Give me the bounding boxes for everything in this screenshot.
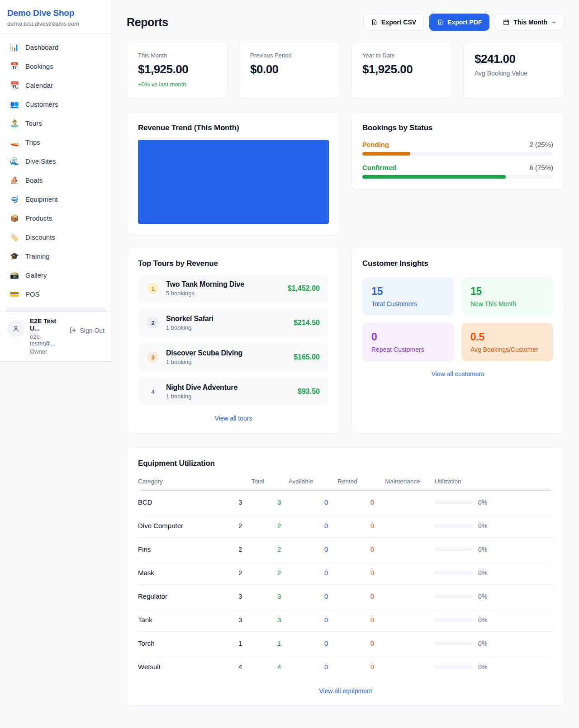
export-pdf-button[interactable]: Export PDF <box>429 14 489 31</box>
category-cell: BCD <box>138 498 238 506</box>
sign-out-button[interactable]: Sign Out <box>69 326 104 334</box>
available-cell: 3 <box>277 616 324 624</box>
people-icon: 👥 <box>10 100 19 109</box>
tile-new-this-month: 15 New This Month <box>461 277 553 316</box>
tour-bookings: 1 booking <box>166 359 286 365</box>
sidebar-item-products[interactable]: 📦 Products <box>5 209 106 227</box>
sidebar-item-gallery[interactable]: 📸 Gallery <box>5 266 106 284</box>
sidebar-item-pos[interactable]: 💳 POS <box>5 285 106 303</box>
progress-track <box>362 152 553 156</box>
equipment-utilization-title: Equipment Utilization <box>138 459 553 468</box>
utilization-text: 0% <box>478 569 487 577</box>
stat-label: Previous Period <box>250 52 329 59</box>
sidebar-item-discounts[interactable]: 🏷️ Discounts <box>5 228 106 246</box>
insight-tiles: 15 Total Customers 15 New This Month 0 R… <box>362 277 553 361</box>
maintenance-cell: 0 <box>370 569 435 577</box>
header-actions: Export CSV Export PDF This Month <box>363 14 565 31</box>
calendar-date-icon: 📅 <box>10 62 19 71</box>
sidebar-item-tours[interactable]: 🏝️ Tours <box>5 114 106 132</box>
tile-label: Avg Bookings/Customer <box>470 346 544 353</box>
sidebar-item-customers[interactable]: 👥 Customers <box>5 95 106 113</box>
charts-row: Revenue Trend (This Month) Bookings by S… <box>127 112 565 235</box>
stats-row: This Month $1,925.00 +0% vs last month P… <box>127 42 565 99</box>
sidebar-item-bookings[interactable]: 📅 Bookings <box>5 57 106 75</box>
utilization-text: 0% <box>478 616 487 624</box>
category-cell: Wetsuit <box>138 663 238 671</box>
view-all-tours-link[interactable]: View all tours <box>138 415 329 422</box>
utilization-track <box>435 571 473 575</box>
total-cell: 2 <box>238 569 277 577</box>
sidebar-item-dashboard[interactable]: 📊 Dashboard <box>5 38 106 56</box>
equipment-utilization-card: Equipment Utilization Category Total Ava… <box>127 448 565 706</box>
stat-card-previous-period: Previous Period $0.00 <box>239 42 340 99</box>
period-dropdown[interactable]: This Month <box>495 14 565 31</box>
utilization-track <box>435 595 473 598</box>
export-csv-button[interactable]: Export CSV <box>363 14 424 31</box>
status-label: Pending <box>362 141 389 148</box>
utilization-text: 0% <box>478 593 487 600</box>
sidebar-item-dive-sites[interactable]: 🌊 Dive Sites <box>5 152 106 170</box>
sidebar-item-calendar[interactable]: 📆 Calendar <box>5 76 106 94</box>
utilization-track <box>435 642 473 645</box>
shop-name: Demo Dive Shop <box>7 8 104 18</box>
stat-value: $241.00 <box>475 52 553 66</box>
sidebar-item-equipment[interactable]: 🤿 Equipment <box>5 190 106 208</box>
stat-label: Year to Date <box>362 52 441 59</box>
sidebar-item-label: Bookings <box>25 62 53 70</box>
status-count: 2 (25%) <box>529 141 553 148</box>
utilization-cell: 0% <box>435 522 553 529</box>
period-label: This Month <box>513 19 547 26</box>
category-cell: Regulator <box>138 592 238 600</box>
table-row: Mask 2 2 0 0 0% <box>138 561 553 585</box>
tile-repeat-customers: 0 Repeat Customers <box>362 323 454 361</box>
utilization-track <box>435 618 473 622</box>
utilization-text: 0% <box>478 640 487 647</box>
column-header-available: Available <box>277 478 324 485</box>
page-header: Reports Export CSV Export PDF This Month <box>127 0 565 31</box>
utilization-text: 0% <box>478 663 487 671</box>
progress-fill-pending <box>362 152 410 156</box>
table-row: Regulator 3 3 0 0 0% <box>138 585 553 608</box>
rented-cell: 0 <box>324 522 370 529</box>
chevron-down-icon <box>551 19 557 25</box>
available-cell: 2 <box>277 522 324 529</box>
sidebar-item-label: Customers <box>25 100 58 108</box>
sidebar-item-boats[interactable]: ⛵ Boats <box>5 171 106 189</box>
view-all-customers-link[interactable]: View all customers <box>362 370 553 378</box>
column-header-maintenance: Maintenance <box>370 478 435 485</box>
export-pdf-label: Export PDF <box>447 19 482 26</box>
tour-name: Two Tank Morning Dive <box>166 280 280 288</box>
tile-label: Total Customers <box>371 300 445 307</box>
customer-insights-title: Customer Insights <box>362 259 553 268</box>
sidebar-item-label: Calendar <box>25 81 53 89</box>
credit-card-icon: 💳 <box>10 290 19 298</box>
maintenance-cell: 0 <box>370 663 435 671</box>
bar-chart-icon: 📊 <box>10 43 19 52</box>
utilization-track <box>435 524 473 528</box>
utilization-cell: 0% <box>435 569 553 577</box>
tour-revenue: $214.50 <box>294 319 320 327</box>
insights-row: Top Tours by Revenue 1 Two Tank Morning … <box>127 248 565 433</box>
rented-cell: 0 <box>324 569 370 577</box>
stat-card-avg-booking-value: $241.00 Avg Booking Value <box>463 42 565 99</box>
rented-cell: 0 <box>324 616 370 624</box>
bookings-by-status-title: Bookings by Status <box>362 123 553 132</box>
sidebar-item-training[interactable]: 🎓 Training <box>5 247 106 265</box>
stat-label: This Month <box>138 52 217 59</box>
tour-revenue: $1,452.00 <box>288 284 320 293</box>
sidebar-item-label: Discounts <box>25 233 55 241</box>
view-all-equipment-link[interactable]: View all equipment <box>138 687 553 695</box>
sidebar-item-reports-partial[interactable] <box>5 307 106 312</box>
user-info: E2E Test U... e2e-tester@... Owner <box>30 317 64 355</box>
tile-label: New This Month <box>470 300 544 307</box>
rented-cell: 0 <box>324 592 370 600</box>
available-cell: 3 <box>277 498 324 506</box>
rented-cell: 0 <box>324 639 370 647</box>
column-header-total: Total <box>238 478 277 485</box>
category-cell: Tank <box>138 616 238 624</box>
sidebar-item-trips[interactable]: 🚤 Trips <box>5 133 106 151</box>
bookings-by-status-card: Bookings by Status Pending 2 (25%) Confi… <box>351 112 565 190</box>
top-tours-card: Top Tours by Revenue 1 Two Tank Morning … <box>127 248 340 433</box>
rank-badge: 3 <box>147 351 159 363</box>
sidebar-item-label: Products <box>25 214 52 222</box>
